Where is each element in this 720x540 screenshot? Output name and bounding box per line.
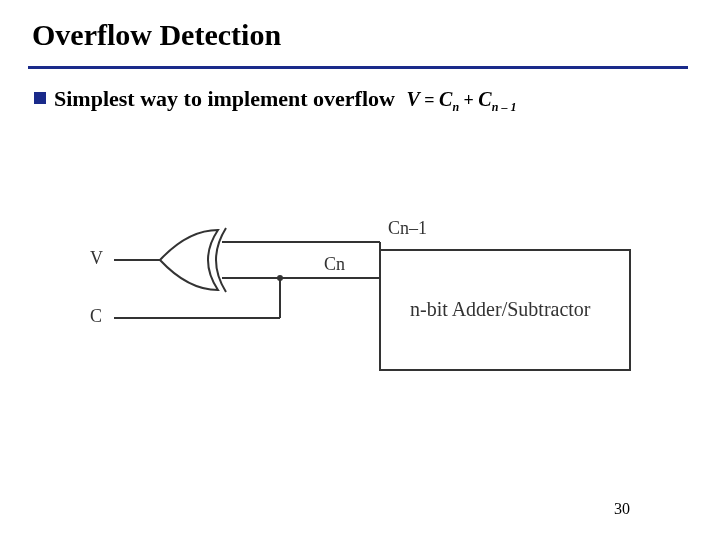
page-number: 30 <box>614 500 630 518</box>
xor-gate-input-arc <box>216 228 226 292</box>
formula-C2: C <box>478 88 491 110</box>
overflow-formula: V = Cn + Cn – 1 <box>406 90 516 110</box>
label-v: V <box>90 248 103 269</box>
formula-sub-n1: n – 1 <box>492 100 517 114</box>
bullet-text: Simplest way to implement overflow V = C… <box>54 86 516 115</box>
formula-eq: = <box>424 90 434 110</box>
label-cn: Cn <box>324 254 345 275</box>
bullet-item: Simplest way to implement overflow V = C… <box>34 86 516 115</box>
label-cn1: Cn–1 <box>388 218 427 239</box>
bullet-body: Simplest way to implement overflow <box>54 86 395 111</box>
title-underline <box>28 66 688 69</box>
formula-sub-n: n <box>452 100 459 114</box>
xor-gate-body <box>160 230 218 290</box>
overflow-diagram: V C Cn Cn–1 n-bit Adder/Subtractor <box>80 210 640 410</box>
label-c: C <box>90 306 102 327</box>
wire-junction-dot <box>277 275 283 281</box>
formula-plus: + <box>464 90 474 110</box>
formula-V: V <box>406 88 419 110</box>
formula-C1: C <box>439 88 452 110</box>
bullet-square-icon <box>34 92 46 104</box>
page-title: Overflow Detection <box>32 18 281 52</box>
label-block: n-bit Adder/Subtractor <box>410 298 591 321</box>
